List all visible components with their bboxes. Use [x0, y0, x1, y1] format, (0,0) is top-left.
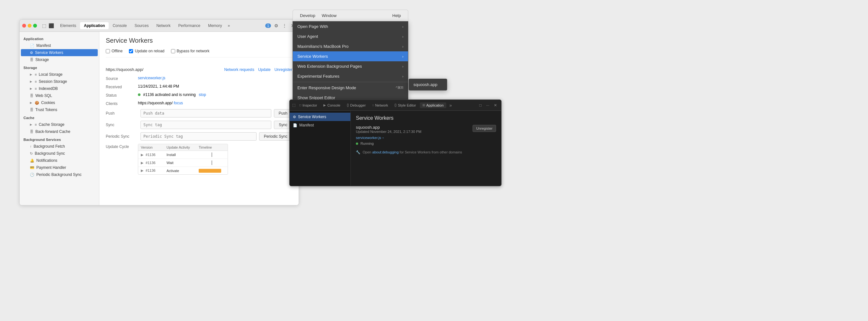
ff-tab-more[interactable]: »: [447, 102, 454, 109]
offline-checkbox[interactable]: [106, 49, 110, 53]
ff-more-icon[interactable]: ···: [485, 102, 491, 108]
notification-badge: 1: [265, 24, 271, 28]
sidebar-item-local-storage[interactable]: ▶ ≡ Local Storage: [21, 71, 98, 78]
menu-item-web-ext-bg[interactable]: Web Extension Background Pages ›: [293, 61, 408, 71]
update-on-reload-checkbox-label[interactable]: Update on reload: [129, 49, 164, 53]
ff-undock-icon[interactable]: □: [478, 102, 483, 108]
periodic-sync-button[interactable]: Periodic Sync: [259, 132, 292, 141]
submenu-item-squoosh[interactable]: squoosh.app: [409, 80, 447, 89]
tab-sources[interactable]: Sources: [130, 22, 152, 29]
sidebar-item-manifest[interactable]: 📄 Manifest: [21, 42, 98, 49]
source-file-link[interactable]: serviceworker.js: [138, 76, 165, 80]
menu-bar-develop[interactable]: Develop: [297, 12, 318, 19]
submenu-popup: squoosh.app: [409, 79, 447, 91]
sidebar-item-background-sync[interactable]: ↻ Background Sync: [21, 150, 98, 157]
menu-item-experimental[interactable]: Experimental Features ›: [293, 71, 408, 81]
ff-tab-console[interactable]: ▶ Console: [321, 102, 343, 108]
bypass-for-network-checkbox[interactable]: [171, 49, 175, 53]
sidebar-item-payment-handler[interactable]: 💳 Payment Handler: [21, 164, 98, 171]
sidebar-item-cache-storage[interactable]: ▶ ≡ Cache Storage: [21, 121, 98, 128]
more-icon[interactable]: ⋮: [281, 23, 288, 29]
stop-link[interactable]: stop: [199, 93, 206, 97]
clients-value: https://squoosh.app/ focus: [138, 101, 292, 105]
uc-version-1: ▶ #1136: [141, 153, 166, 157]
expand-cookies-icon: ▶: [30, 101, 32, 104]
menu-item-service-workers[interactable]: Service Workers ›: [293, 51, 408, 61]
menu-item-responsive-design[interactable]: Enter Responsive Design Mode ^⌘R: [293, 83, 408, 93]
ff-tab-debugger[interactable]: {} Debugger: [344, 102, 368, 108]
focus-link[interactable]: focus: [174, 101, 183, 105]
tab-console[interactable]: Console: [108, 22, 130, 29]
minimize-btn[interactable]: [28, 24, 31, 28]
inspector-icon: □: [299, 103, 301, 107]
ff-tab-network[interactable]: ↕ Network: [370, 102, 391, 108]
dock-icon[interactable]: ⬛: [48, 23, 54, 29]
uc-expand-3[interactable]: ▶: [141, 169, 144, 172]
ff-sw-icon: ⚙: [293, 115, 296, 119]
sw-url-text: https://squoosh.app/: [106, 67, 144, 72]
periodic-sync-row: Periodic Sync Periodic Sync: [106, 132, 292, 141]
ff-main: Service Workers Unregister squoosh.app U…: [351, 111, 501, 186]
ff-unregister-button[interactable]: Unregister: [472, 125, 496, 132]
offline-checkbox-label[interactable]: Offline: [106, 49, 123, 53]
menu-item-open-page-with[interactable]: Open Page With ›: [293, 22, 408, 31]
menu-bar-help[interactable]: Help: [389, 12, 404, 19]
sidebar-item-notifications[interactable]: 🔔 Notifications: [21, 157, 98, 164]
update-link[interactable]: Update: [258, 67, 271, 72]
sync-input[interactable]: [141, 121, 271, 129]
ff-icon: ⬚: [292, 103, 296, 107]
status-dot: [138, 94, 141, 96]
settings-icon[interactable]: ⚙: [273, 23, 279, 29]
sidebar-item-storage[interactable]: 🗄 Storage: [21, 56, 98, 63]
close-btn[interactable]: [22, 24, 26, 28]
update-cycle-value: Version Update Activity Timeline ▶ #1136…: [138, 144, 292, 175]
sidebar-item-session-storage[interactable]: ▶ ≡ Session Storage: [21, 78, 98, 85]
uc-col-version: Version: [141, 145, 166, 149]
uc-expand-1[interactable]: ▶: [141, 153, 144, 157]
periodic-sync-input[interactable]: [141, 132, 256, 141]
menu-item-macbook[interactable]: Maximiliano's MacBook Pro ›: [293, 41, 408, 51]
menu-bar-window[interactable]: Window: [318, 12, 340, 19]
tab-application[interactable]: Application: [80, 22, 108, 29]
tab-memory[interactable]: Memory: [204, 22, 226, 29]
uc-expand-2[interactable]: ▶: [141, 161, 144, 165]
dropdown-menu: Open Page With › User Agent › Maximilian…: [292, 21, 408, 103]
maximize-btn[interactable]: [33, 24, 37, 28]
ff-sidebar-item-service-workers[interactable]: ⚙ Service Workers: [290, 113, 350, 121]
ff-tab-style-editor[interactable]: {} Style Editor: [392, 102, 418, 108]
tab-performance[interactable]: Performance: [174, 22, 204, 29]
sidebar-item-periodic-bg-sync[interactable]: 🕐 Periodic Background Sync: [21, 171, 98, 178]
ff-tab-application[interactable]: ⊞ Application: [420, 102, 446, 108]
ff-tab-inspector[interactable]: □ Inspector: [297, 102, 319, 108]
uc-header: Version Update Activity Timeline: [138, 144, 227, 151]
unregister-link[interactable]: Unregister: [275, 67, 292, 72]
inspect-icon[interactable]: ⬚: [41, 23, 47, 29]
menu-item-user-agent[interactable]: User Agent ›: [293, 31, 408, 41]
sidebar-item-indexeddb[interactable]: ▶ ≡ IndexedDB: [21, 85, 98, 92]
sidebar-item-service-workers[interactable]: ⚙ Service Workers: [21, 49, 98, 56]
sidebar-item-cookies[interactable]: ▶ 🍪 Cookies: [21, 99, 98, 106]
update-cycle-table: Version Update Activity Timeline ▶ #1136…: [138, 144, 228, 175]
tab-network[interactable]: Network: [152, 22, 174, 29]
uc-col-activity: Update Activity: [166, 145, 199, 149]
network-requests-link[interactable]: Network requests: [224, 67, 254, 72]
bypass-for-network-checkbox-label[interactable]: Bypass for network: [171, 49, 210, 53]
ff-close-icon[interactable]: ✕: [492, 102, 499, 108]
sidebar-item-back-forward-cache[interactable]: 🗄 Back-forward Cache: [21, 128, 98, 135]
sidebar-item-websql[interactable]: 🗄 Web SQL: [21, 92, 98, 99]
arrow-macbook: ›: [402, 45, 403, 48]
push-input[interactable]: [141, 109, 271, 117]
sidebar-item-trust-tokens[interactable]: 🗄 Trust Tokens: [21, 106, 98, 113]
ff-network-icon: ↕: [372, 103, 374, 107]
ff-sidebar-item-manifest[interactable]: 📄 Manifest: [290, 121, 350, 129]
main-content: Service Workers Offline Update on reload…: [99, 32, 299, 205]
ff-debug-link[interactable]: about:debugging: [372, 150, 399, 154]
source-value: serviceworker.js: [138, 76, 292, 80]
session-storage-icon: ≡: [35, 80, 37, 83]
tab-more[interactable]: »: [226, 22, 232, 29]
tab-elements[interactable]: Elements: [56, 22, 80, 29]
ff-file-link[interactable]: serviceworker.js→: [356, 136, 384, 140]
page-title: Service Workers: [106, 37, 292, 44]
update-on-reload-checkbox[interactable]: [129, 49, 133, 53]
sidebar-item-background-fetch[interactable]: ↑ Background Fetch: [21, 143, 98, 150]
